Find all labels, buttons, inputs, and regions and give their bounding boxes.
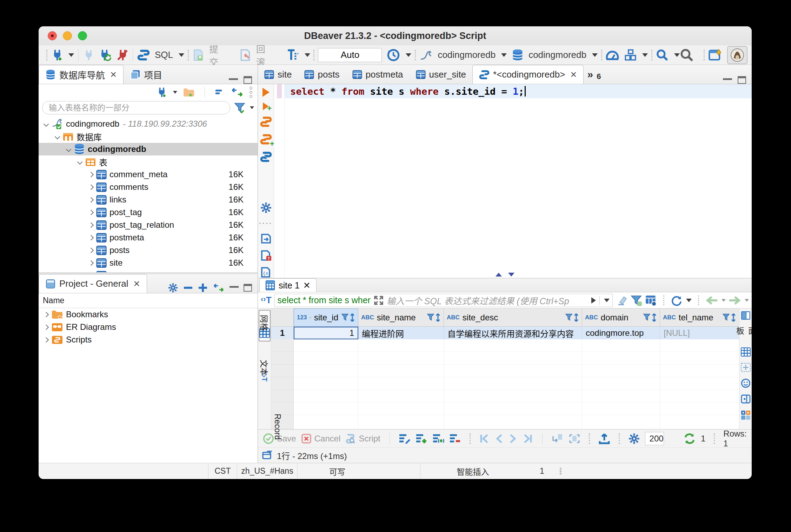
packages-dropdown[interactable] [642,53,648,57]
commit-icon[interactable] [192,49,204,61]
first-row-icon[interactable] [479,434,490,444]
minimize-view-icon[interactable] [723,78,732,82]
grid-settings-icon[interactable] [645,295,657,306]
cell-site-id[interactable]: 1 [294,327,358,339]
cell-domain[interactable]: codingmore.top [582,327,660,339]
project-settings-icon[interactable] [168,282,178,293]
sash-up-arrow-icon[interactable] [496,273,502,277]
table-row[interactable]: comment_meta16K [39,168,258,181]
table-row[interactable]: postmeta16K [39,231,258,244]
project-item-scripts[interactable]: Scripts [39,333,258,346]
delete-row-icon[interactable] [449,433,461,444]
refresh-dropdown[interactable] [686,299,692,302]
export-data-icon[interactable] [598,433,610,445]
table-row[interactable]: links16K [39,193,258,206]
editor-tab-postmeta[interactable]: postmeta [346,65,410,84]
presentation-text-tab[interactable]: 文本 ‹›T [260,355,269,384]
apply-filter-icon[interactable] [591,297,596,304]
column-header-site-id[interactable]: 123 site_id [294,308,358,327]
project-name-header[interactable]: Name [39,293,258,308]
status-timezone[interactable]: CST [208,463,237,479]
commit-label[interactable]: 提交 [209,42,224,68]
variables-icon[interactable]: {x} [260,267,272,278]
column-sort-icon[interactable] [435,313,441,322]
auto-refresh-icon[interactable] [683,433,696,444]
filter-dropdown[interactable] [250,106,254,109]
user-avatar[interactable] [727,46,747,64]
collapse-all-icon[interactable] [215,88,225,97]
nav-back-dropdown[interactable] [722,299,726,302]
validation-log-icon[interactable] [260,250,272,261]
metadata-panel-icon[interactable] [741,394,751,404]
results-tab-site1[interactable]: site 1 ✕ [259,278,317,292]
column-header-domain[interactable]: ABC domain [582,308,660,327]
dashboard-icon[interactable] [606,49,619,61]
link-with-editor-icon[interactable] [231,87,244,97]
maximize-view-icon[interactable] [244,76,252,84]
project-expand-icon[interactable] [198,283,208,292]
fetch-size-input[interactable]: 200 [645,432,664,445]
column-sort-icon[interactable] [350,313,355,322]
filter-history-dropdown[interactable] [604,299,610,302]
grouping-panel-icon[interactable] [741,378,751,388]
presentation-grid-tab[interactable]: 网格 [259,310,271,341]
column-sort-icon[interactable] [731,313,736,322]
close-tab-icon[interactable]: ✕ [570,70,577,80]
references-panel-icon[interactable] [740,410,751,420]
sql-editor-label[interactable]: SQL [155,49,173,60]
duplicate-row-icon[interactable] [432,433,444,444]
view-menu-icon[interactable] [249,87,253,98]
new-folder-icon[interactable] [183,87,195,98]
sql-line-1[interactable]: select * from site s where s.site_id = 1… [285,84,752,98]
editor-tab-user-site[interactable]: user_site [410,65,473,84]
column-filter-icon[interactable] [643,313,651,322]
connection-name[interactable]: codingmoredb [438,49,496,60]
transaction-mode-icon[interactable] [286,49,299,61]
script-button[interactable]: Script [345,433,380,444]
new-connection-dropdown[interactable] [68,53,74,57]
connection-dropdown[interactable] [501,53,507,57]
disconnect-icon[interactable] [117,49,128,61]
execute-new-tab-icon[interactable]: + [263,102,269,110]
save-filter-icon[interactable] [630,295,642,306]
refresh-results-icon[interactable] [671,294,683,306]
table-search-input[interactable] [42,101,230,114]
editor-tab-posts[interactable]: posts [298,65,346,84]
next-row-icon[interactable] [508,434,518,444]
tree-databases-folder[interactable]: 数据库 [39,130,258,143]
row-number-cell[interactable]: 1 [271,327,294,339]
tree-tables-folder[interactable]: 表 [39,155,258,168]
tab-database-navigator[interactable]: 数据库导航 ✕ [39,65,124,84]
close-tab-icon[interactable]: ✕ [110,70,117,80]
row-number-header[interactable] [271,308,294,327]
edit-cell-icon[interactable] [399,433,411,444]
tab-overflow-chevron[interactable]: »6 [584,65,604,84]
cell-site-name[interactable]: 编程进阶网 [358,327,444,339]
perspective-icon[interactable] [708,48,722,62]
table-row[interactable]: site_options16K [39,269,258,272]
maximize-view-icon[interactable] [244,284,252,292]
status-insert-mode[interactable]: 智能插入 [420,463,525,479]
status-position[interactable]: 1 [525,463,559,479]
erase-filter-icon[interactable] [616,295,627,306]
explain-plan-icon[interactable] [260,151,272,163]
expand-filter-icon[interactable] [373,295,384,306]
execute-script-icon[interactable] [260,116,272,128]
sql-editor-icon[interactable] [137,49,150,61]
sql-editor-dropdown[interactable] [179,53,184,57]
results-settings-icon[interactable] [628,433,640,445]
add-row-icon[interactable] [416,433,427,444]
editor-results-sash[interactable] [496,273,514,277]
status-writable[interactable]: 可写 [297,463,420,479]
tree-database-row[interactable]: codingmoredb [39,143,258,155]
column-header-tel-name[interactable]: ABC tel_name [660,308,739,327]
transaction-log-icon[interactable] [387,48,400,62]
close-tab-icon[interactable]: ✕ [303,280,311,291]
grid-data-row[interactable]: 1 1 编程进阶网 自学编程以来所用资源和分享内容 codingmore.top… [271,327,739,339]
search-db-icon[interactable] [656,49,669,61]
editor-tab-site[interactable]: site [258,65,298,84]
execute-script-new-tab-icon[interactable]: + [260,133,272,145]
prev-row-icon[interactable] [494,434,504,444]
column-sort-icon[interactable] [573,313,579,322]
last-row-icon[interactable] [523,434,533,444]
